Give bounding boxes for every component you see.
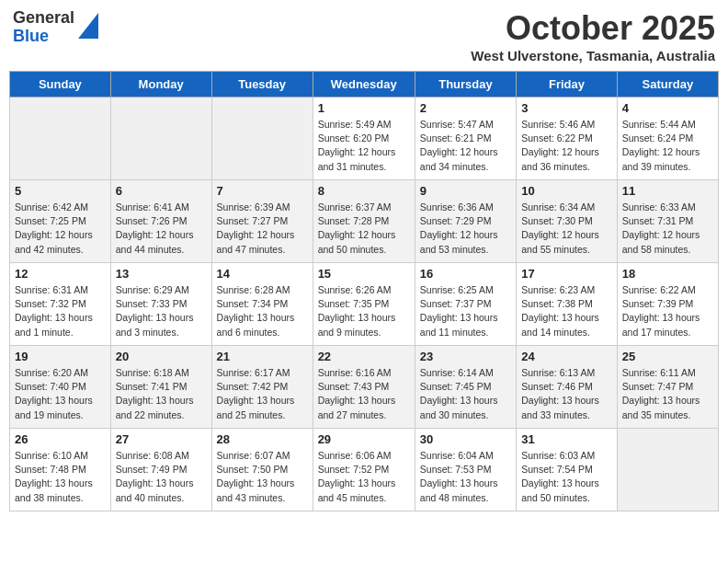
day-number: 3 [521,101,612,115]
day-number: 20 [116,350,207,363]
page-header: General Blue October 2025 West Ulverston… [9,9,719,63]
month-title: October 2025 [471,9,715,48]
day-info: Sunrise: 6:03 AMSunset: 7:54 PMDaylight:… [521,449,612,505]
day-number: 28 [217,432,308,446]
calendar-cell: 9Sunrise: 6:36 AMSunset: 7:29 PMDaylight… [415,180,516,263]
day-number: 6 [116,184,207,198]
calendar-cell [110,98,211,180]
day-info: Sunrise: 6:25 AMSunset: 7:37 PMDaylight:… [420,283,511,339]
calendar-cell: 27Sunrise: 6:08 AMSunset: 7:49 PMDayligh… [110,429,211,511]
calendar-cell: 24Sunrise: 6:13 AMSunset: 7:46 PMDayligh… [517,346,618,429]
calendar-cell [617,429,718,511]
day-info: Sunrise: 5:49 AMSunset: 6:20 PMDaylight:… [318,118,410,174]
day-info: Sunrise: 6:33 AMSunset: 7:31 PMDaylight:… [622,201,713,257]
weekday-header-wednesday: Wednesday [313,72,415,98]
day-number: 31 [521,432,612,446]
calendar-cell: 17Sunrise: 6:23 AMSunset: 7:38 PMDayligh… [517,263,618,346]
calendar-cell: 20Sunrise: 6:18 AMSunset: 7:41 PMDayligh… [110,346,211,429]
day-number: 27 [116,432,207,446]
day-info: Sunrise: 6:26 AMSunset: 7:35 PMDaylight:… [318,283,410,339]
day-number: 2 [420,101,511,115]
day-info: Sunrise: 6:37 AMSunset: 7:28 PMDaylight:… [318,201,410,257]
day-number: 1 [318,101,410,115]
day-number: 18 [622,267,713,281]
calendar-cell: 13Sunrise: 6:29 AMSunset: 7:33 PMDayligh… [110,263,211,346]
day-number: 7 [217,184,308,198]
day-info: Sunrise: 6:22 AMSunset: 7:39 PMDaylight:… [622,283,713,339]
logo-general: General [13,9,74,28]
day-number: 25 [622,350,713,363]
calendar-cell: 25Sunrise: 6:11 AMSunset: 7:47 PMDayligh… [617,346,718,429]
logo-blue: Blue [13,28,74,46]
day-info: Sunrise: 6:16 AMSunset: 7:43 PMDaylight:… [318,366,410,422]
day-info: Sunrise: 5:47 AMSunset: 6:21 PMDaylight:… [420,118,511,174]
day-number: 19 [15,350,106,363]
day-number: 11 [622,184,713,198]
calendar-cell: 11Sunrise: 6:33 AMSunset: 7:31 PMDayligh… [617,180,718,263]
logo-icon [78,13,98,39]
day-number: 16 [420,267,511,281]
calendar-cell: 15Sunrise: 6:26 AMSunset: 7:35 PMDayligh… [313,263,415,346]
weekday-header-tuesday: Tuesday [211,72,313,98]
calendar-cell: 18Sunrise: 6:22 AMSunset: 7:39 PMDayligh… [617,263,718,346]
day-info: Sunrise: 6:18 AMSunset: 7:41 PMDaylight:… [116,366,207,422]
calendar-cell: 6Sunrise: 6:41 AMSunset: 7:26 PMDaylight… [110,180,211,263]
calendar-cell: 30Sunrise: 6:04 AMSunset: 7:53 PMDayligh… [415,429,516,511]
day-info: Sunrise: 6:34 AMSunset: 7:30 PMDaylight:… [521,201,612,257]
calendar-cell: 31Sunrise: 6:03 AMSunset: 7:54 PMDayligh… [517,429,618,511]
calendar-cell: 2Sunrise: 5:47 AMSunset: 6:21 PMDaylight… [415,98,516,180]
day-info: Sunrise: 6:29 AMSunset: 7:33 PMDaylight:… [116,283,207,339]
calendar-cell: 19Sunrise: 6:20 AMSunset: 7:40 PMDayligh… [10,346,111,429]
day-number: 22 [318,350,410,363]
calendar-cell [10,98,111,180]
day-info: Sunrise: 6:23 AMSunset: 7:38 PMDaylight:… [521,283,612,339]
day-info: Sunrise: 5:46 AMSunset: 6:22 PMDaylight:… [521,118,612,174]
day-number: 21 [217,350,308,363]
day-info: Sunrise: 6:10 AMSunset: 7:48 PMDaylight:… [15,449,106,505]
day-info: Sunrise: 6:11 AMSunset: 7:47 PMDaylight:… [622,366,713,422]
calendar-cell: 16Sunrise: 6:25 AMSunset: 7:37 PMDayligh… [415,263,516,346]
day-info: Sunrise: 6:04 AMSunset: 7:53 PMDaylight:… [420,449,511,505]
day-number: 9 [420,184,511,198]
day-number: 5 [15,184,106,198]
calendar-cell: 26Sunrise: 6:10 AMSunset: 7:48 PMDayligh… [10,429,111,511]
day-number: 23 [420,350,511,363]
calendar-cell: 4Sunrise: 5:44 AMSunset: 6:24 PMDaylight… [617,98,718,180]
day-number: 14 [217,267,308,281]
calendar-cell: 5Sunrise: 6:42 AMSunset: 7:25 PMDaylight… [10,180,111,263]
svg-marker-0 [78,13,98,39]
day-info: Sunrise: 6:17 AMSunset: 7:42 PMDaylight:… [217,366,308,422]
day-number: 15 [318,267,410,281]
day-info: Sunrise: 6:31 AMSunset: 7:32 PMDaylight:… [15,283,106,339]
calendar-table: SundayMondayTuesdayWednesdayThursdayFrid… [9,71,719,511]
location-title: West Ulverstone, Tasmania, Australia [471,48,715,63]
calendar-cell [211,98,313,180]
calendar-cell: 29Sunrise: 6:06 AMSunset: 7:52 PMDayligh… [313,429,415,511]
calendar-cell: 1Sunrise: 5:49 AMSunset: 6:20 PMDaylight… [313,98,415,180]
day-number: 29 [318,432,410,446]
calendar-cell: 22Sunrise: 6:16 AMSunset: 7:43 PMDayligh… [313,346,415,429]
day-info: Sunrise: 6:06 AMSunset: 7:52 PMDaylight:… [318,449,410,505]
calendar-cell: 23Sunrise: 6:14 AMSunset: 7:45 PMDayligh… [415,346,516,429]
calendar-cell: 7Sunrise: 6:39 AMSunset: 7:27 PMDaylight… [211,180,313,263]
logo: General Blue [13,9,98,46]
day-number: 26 [15,432,106,446]
weekday-header-saturday: Saturday [617,72,718,98]
weekday-header-sunday: Sunday [10,72,111,98]
calendar-cell: 10Sunrise: 6:34 AMSunset: 7:30 PMDayligh… [517,180,618,263]
calendar-cell: 28Sunrise: 6:07 AMSunset: 7:50 PMDayligh… [211,429,313,511]
weekday-header-friday: Friday [517,72,618,98]
day-info: Sunrise: 6:39 AMSunset: 7:27 PMDaylight:… [217,201,308,257]
calendar-cell: 21Sunrise: 6:17 AMSunset: 7:42 PMDayligh… [211,346,313,429]
calendar-cell: 3Sunrise: 5:46 AMSunset: 6:22 PMDaylight… [517,98,618,180]
calendar-cell: 8Sunrise: 6:37 AMSunset: 7:28 PMDaylight… [313,180,415,263]
title-block: October 2025 West Ulverstone, Tasmania, … [471,9,715,63]
calendar-cell: 12Sunrise: 6:31 AMSunset: 7:32 PMDayligh… [10,263,111,346]
day-info: Sunrise: 6:13 AMSunset: 7:46 PMDaylight:… [521,366,612,422]
calendar-cell: 14Sunrise: 6:28 AMSunset: 7:34 PMDayligh… [211,263,313,346]
day-number: 24 [521,350,612,363]
day-info: Sunrise: 6:28 AMSunset: 7:34 PMDaylight:… [217,283,308,339]
day-number: 10 [521,184,612,198]
day-info: Sunrise: 5:44 AMSunset: 6:24 PMDaylight:… [622,118,713,174]
day-number: 13 [116,267,207,281]
